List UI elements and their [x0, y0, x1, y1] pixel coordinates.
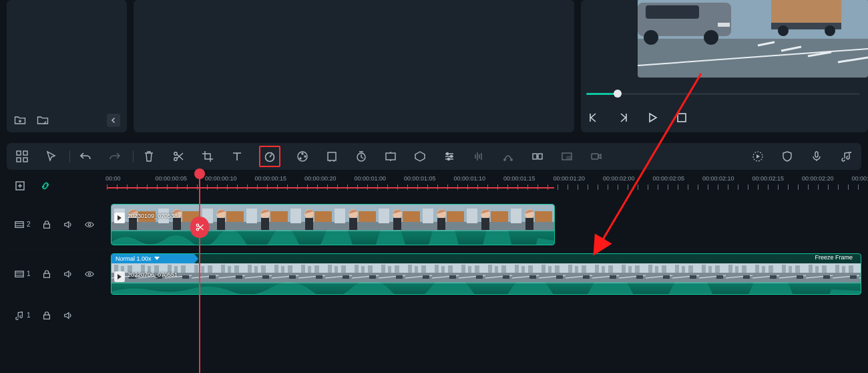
track-audio-1[interactable]: [107, 298, 861, 332]
clip-video-bottom[interactable]: Normal 1.00x Freeze Frame: [111, 253, 861, 295]
svg-rect-301: [809, 265, 813, 273]
text-icon[interactable]: [230, 149, 244, 164]
lock-icon[interactable]: [41, 269, 52, 279]
layout-grid-icon[interactable]: [15, 149, 29, 164]
svg-rect-200: [423, 275, 429, 279]
svg-rect-184: [368, 265, 373, 273]
ruler-time-label: 00:00:01:05: [404, 175, 436, 182]
svg-rect-47: [15, 271, 23, 277]
add-track-icon[interactable]: [15, 180, 25, 191]
track-headers: 2 1 1: [7, 172, 107, 373]
svg-rect-74: [261, 218, 269, 230]
trash-icon[interactable]: [142, 149, 156, 164]
timeline-ruler[interactable]: 00:0000:00:00:0500:00:00:1000:00:00:1500…: [107, 172, 861, 199]
lock-icon[interactable]: [41, 310, 52, 321]
svg-rect-89: [403, 211, 420, 222]
transition-snap-icon[interactable]: [530, 149, 545, 164]
svg-rect-217: [488, 265, 492, 273]
audio-eq-icon[interactable]: [471, 149, 486, 164]
separator: [69, 150, 70, 162]
mic-icon[interactable]: [809, 149, 824, 164]
link-track-icon[interactable]: [40, 180, 51, 191]
mute-icon[interactable]: [63, 269, 73, 279]
zoom-slider-knob[interactable]: [614, 90, 622, 98]
svg-rect-62: [173, 218, 181, 230]
mute-icon[interactable]: [63, 219, 73, 230]
svg-rect-20: [23, 158, 27, 162]
collapse-panel-button[interactable]: [107, 114, 120, 127]
clip-label: 20220706_070551: [128, 271, 178, 278]
cursor-select-icon[interactable]: [44, 149, 59, 164]
mute-icon[interactable]: [63, 310, 73, 321]
scissors-icon[interactable]: [171, 149, 186, 164]
picture-in-picture-icon[interactable]: [560, 149, 574, 164]
svg-rect-28: [328, 152, 336, 160]
transform-icon[interactable]: [324, 149, 339, 164]
svg-rect-37: [538, 154, 542, 159]
svg-point-27: [300, 158, 301, 159]
svg-rect-268: [688, 265, 693, 273]
zoom-slider[interactable]: [586, 87, 860, 100]
svg-rect-107: [535, 211, 552, 222]
svg-rect-156: [261, 265, 266, 273]
record-icon[interactable]: [589, 149, 604, 164]
color-icon[interactable]: [295, 149, 310, 164]
track-number: 2: [27, 221, 31, 228]
ruler-time-label: 00:00:02:20: [802, 175, 834, 182]
visibility-icon[interactable]: [84, 269, 95, 279]
duration-icon[interactable]: [354, 149, 369, 164]
crop-icon[interactable]: [200, 149, 215, 164]
music-settings-icon[interactable]: [839, 149, 853, 164]
track-header-audio-1: 1: [7, 298, 107, 332]
svg-rect-313: [859, 263, 861, 273]
svg-rect-263: [663, 275, 670, 279]
track-video-1[interactable]: Normal 1.00x Freeze Frame: [107, 249, 861, 298]
svg-rect-281: [735, 266, 738, 273]
speed-icon[interactable]: [259, 146, 280, 167]
split-badge-icon[interactable]: [190, 217, 209, 238]
svg-rect-274: [708, 266, 712, 273]
track-header-video-1: 1: [7, 249, 107, 298]
svg-rect-147: [221, 265, 225, 273]
svg-rect-310: [849, 265, 853, 273]
render-preview-icon[interactable]: [750, 149, 765, 164]
visibility-icon[interactable]: [84, 219, 95, 230]
fit-icon[interactable]: [383, 149, 398, 164]
keyframe-icon[interactable]: [501, 149, 515, 164]
clip-speed-badge[interactable]: Normal 1.00x: [112, 254, 194, 263]
svg-rect-86: [349, 218, 357, 230]
lock-icon[interactable]: [41, 219, 52, 230]
new-folder-icon[interactable]: [13, 114, 27, 127]
svg-rect-224: [515, 265, 519, 273]
svg-rect-191: [395, 265, 399, 273]
next-frame-button[interactable]: [616, 110, 630, 125]
folder-link-icon[interactable]: [36, 114, 49, 127]
track-number: 1: [27, 270, 31, 277]
marker-shield-icon[interactable]: [780, 149, 795, 164]
undo-icon[interactable]: [78, 149, 93, 164]
playhead-knob[interactable]: [194, 168, 205, 179]
svg-rect-77: [314, 211, 332, 222]
playhead[interactable]: [199, 172, 200, 373]
redo-icon[interactable]: [107, 149, 122, 164]
prev-frame-button[interactable]: [586, 110, 601, 125]
svg-rect-233: [555, 265, 560, 273]
svg-rect-196: [408, 265, 412, 273]
play-button[interactable]: [645, 110, 660, 125]
svg-rect-19: [17, 158, 21, 162]
svg-rect-266: [675, 265, 679, 273]
svg-rect-197: [415, 266, 418, 273]
svg-rect-211: [468, 266, 471, 273]
preview-thumbnail: [638, 0, 868, 78]
adjustments-icon[interactable]: [442, 149, 457, 164]
track-video-2[interactable]: 20230109_070538: [107, 199, 861, 249]
svg-rect-135: [181, 265, 186, 273]
svg-rect-277: [716, 275, 723, 279]
svg-rect-83: [359, 211, 376, 222]
stop-button[interactable]: [674, 110, 689, 125]
mask-icon[interactable]: [413, 149, 427, 164]
svg-rect-71: [270, 211, 288, 222]
clip-video-top[interactable]: 20230109_070538: [111, 204, 555, 245]
svg-rect-155: [254, 266, 258, 273]
ruler-time-label: 00:00:01:00: [355, 175, 387, 182]
